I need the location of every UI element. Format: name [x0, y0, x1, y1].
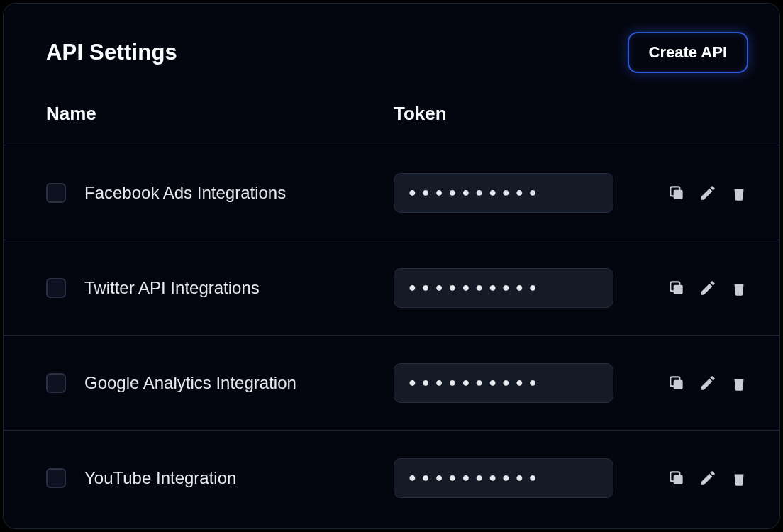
table-row: YouTube Integration ●●●●●●●●●● — [4, 430, 779, 525]
token-input[interactable]: ●●●●●●●●●● — [394, 268, 613, 308]
row-checkbox[interactable] — [46, 278, 66, 298]
create-api-button[interactable]: Create API — [628, 32, 748, 73]
row-actions — [667, 469, 748, 487]
token-input[interactable]: ●●●●●●●●●● — [394, 458, 613, 498]
delete-icon[interactable] — [730, 469, 748, 487]
svg-rect-2 — [674, 284, 683, 294]
table-row: Google Analytics Integration ●●●●●●●●●● — [4, 335, 779, 430]
copy-icon[interactable] — [667, 374, 686, 392]
table-body: Facebook Ads Integrations ●●●●●●●●●● Twi… — [4, 145, 779, 525]
row-checkbox[interactable] — [46, 468, 66, 488]
page-title: API Settings — [46, 40, 177, 65]
copy-icon[interactable] — [667, 184, 686, 202]
edit-icon[interactable] — [699, 469, 717, 487]
table-header: Name Token — [4, 73, 779, 145]
svg-rect-0 — [674, 189, 683, 199]
token-input[interactable]: ●●●●●●●●●● — [394, 173, 613, 213]
row-checkbox[interactable] — [46, 373, 66, 393]
card-header: API Settings Create API — [4, 4, 779, 73]
row-name-label: Twitter API Integrations — [84, 278, 394, 298]
row-actions — [667, 184, 748, 202]
row-name-label: YouTube Integration — [84, 468, 394, 488]
edit-icon[interactable] — [699, 279, 717, 297]
row-name-label: Facebook Ads Integrations — [84, 183, 394, 203]
delete-icon[interactable] — [730, 184, 748, 202]
row-actions — [667, 279, 748, 297]
delete-icon[interactable] — [730, 279, 748, 297]
token-input[interactable]: ●●●●●●●●●● — [394, 363, 613, 403]
delete-icon[interactable] — [730, 374, 748, 392]
svg-rect-6 — [674, 475, 683, 484]
column-header-name: Name — [46, 103, 394, 125]
row-checkbox[interactable] — [46, 183, 66, 203]
column-header-token: Token — [394, 103, 737, 125]
row-actions — [667, 374, 748, 392]
copy-icon[interactable] — [667, 469, 686, 487]
row-name-label: Google Analytics Integration — [84, 373, 394, 393]
api-settings-card: API Settings Create API Name Token Faceb… — [3, 3, 780, 529]
edit-icon[interactable] — [699, 374, 717, 392]
svg-rect-4 — [674, 379, 683, 389]
table-row: Twitter API Integrations ●●●●●●●●●● — [4, 240, 779, 335]
edit-icon[interactable] — [699, 184, 717, 202]
copy-icon[interactable] — [667, 279, 686, 297]
table-row: Facebook Ads Integrations ●●●●●●●●●● — [4, 145, 779, 240]
